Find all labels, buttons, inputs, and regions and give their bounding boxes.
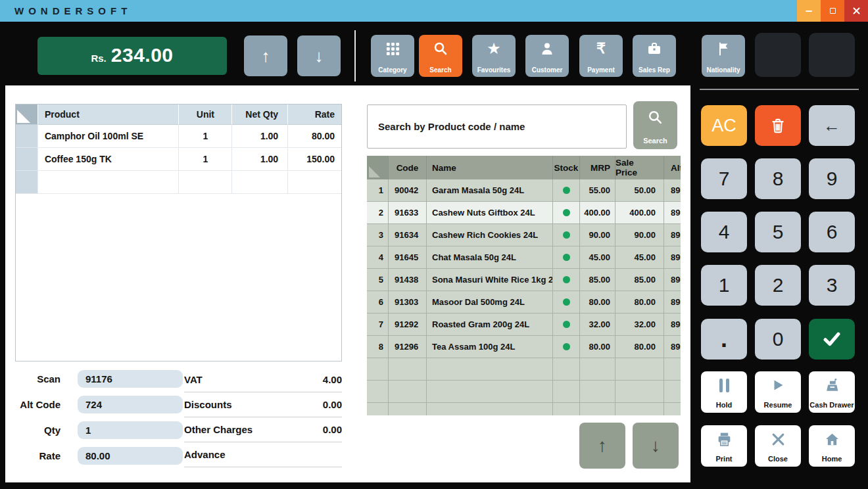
advance-row: Advance (184, 442, 342, 467)
pos-application: WONDERSOFT Rs. 234.00 ↑ ↓ Category Searc… (0, 0, 868, 489)
close-button[interactable]: Close (755, 425, 801, 467)
home-button[interactable]: Home (809, 425, 855, 467)
enter-key[interactable] (809, 319, 855, 360)
discounts-row: Discounts 0.00 (184, 392, 342, 417)
minimize-button[interactable] (797, 0, 821, 22)
backspace-key[interactable]: ← (809, 105, 855, 146)
scan-input[interactable] (78, 370, 183, 388)
product-search-button[interactable]: Search (633, 101, 677, 149)
result-row[interactable]: 1 90042 Garam Masala 50g 24L 55.00 50.00… (367, 179, 681, 202)
digit-key-9[interactable]: 9 (809, 158, 855, 199)
clear-all-key[interactable]: AC (701, 105, 747, 146)
customer-button[interactable]: Customer (525, 35, 569, 77)
results-scroll-down-button[interactable]: ↓ (633, 423, 679, 469)
invoice-row[interactable]: Coffee 150g TK 1 1.00 150.00 (16, 148, 341, 171)
digit-key-2[interactable]: 2 (755, 265, 801, 306)
cash-drawer-button[interactable]: Cash Drawer (809, 371, 855, 413)
column-header-rate[interactable]: Rate (288, 105, 341, 125)
digit-key-7[interactable]: 7 (701, 158, 747, 199)
select-all-corner[interactable] (367, 156, 389, 179)
scroll-up-button[interactable]: ↑ (244, 35, 287, 76)
vat-row: VAT 4.00 (184, 367, 342, 392)
maximize-icon (830, 8, 836, 14)
resume-button[interactable]: Resume (755, 371, 801, 413)
nationality-button[interactable]: Nationality (702, 35, 745, 77)
backspace-icon: ← (823, 116, 840, 136)
briefcase-icon (646, 40, 662, 57)
invoice-row[interactable]: Camphor Oil 100ml SE 1 1.00 80.00 (16, 125, 341, 148)
result-row[interactable]: 6 91303 Masoor Dal 500mg 24L 80.00 80.00… (367, 291, 681, 314)
digit-key-0[interactable]: 0 (755, 319, 801, 360)
close-icon (853, 7, 860, 14)
alt-code-field-row: Alt Code (13, 396, 171, 413)
hold-button[interactable]: Hold (701, 371, 747, 413)
payment-button[interactable]: ₹ Payment (579, 35, 623, 77)
result-row[interactable]: 4 91645 Chat Masala 50g 24L 45.00 45.00 … (367, 246, 681, 269)
column-header-unit[interactable]: Unit (179, 105, 232, 125)
digit-key-6[interactable]: 6 (809, 212, 855, 252)
maximize-button[interactable] (821, 0, 844, 22)
qty-input[interactable] (78, 421, 183, 439)
select-all-corner[interactable] (16, 105, 38, 125)
brand-logo: WONDERSOFT (14, 5, 132, 16)
pause-icon (719, 377, 729, 393)
decimal-key[interactable]: . (701, 319, 747, 360)
in-stock-dot (563, 298, 570, 306)
print-button[interactable]: Print (701, 425, 747, 467)
search-button[interactable]: Search (419, 35, 462, 77)
empty-toolbar-slot (755, 33, 801, 77)
column-header-product[interactable]: Product (38, 105, 180, 125)
total-amount: 234.00 (111, 44, 174, 66)
trash-icon (769, 116, 787, 135)
alt-code-input[interactable] (78, 396, 183, 413)
digit-key-5[interactable]: 5 (755, 212, 801, 252)
favourites-button[interactable]: ★ Favourites (472, 35, 516, 77)
result-row-selected[interactable]: 2 91633 Cashew Nuts Giftbox 24L 400.00 4… (367, 202, 681, 224)
column-header-alt[interactable]: Alt (664, 156, 681, 179)
delete-key[interactable] (755, 105, 801, 146)
magnifier-icon (433, 40, 448, 57)
toolbar-divider (354, 30, 356, 82)
product-search-input[interactable] (367, 105, 627, 149)
column-header-netqty[interactable]: Net Qty (232, 105, 288, 125)
invoice-header-row: Product Unit Net Qty Rate (16, 105, 341, 125)
home-icon (824, 431, 840, 447)
results-scroll-up-button[interactable]: ↑ (579, 423, 625, 469)
column-header-name[interactable]: Name (427, 156, 553, 179)
result-row[interactable]: 8 91296 Tea Assam 100g 24L 80.00 80.00 8… (367, 336, 681, 358)
column-header-code[interactable]: Code (389, 156, 427, 179)
minimize-icon (806, 11, 812, 12)
in-stock-dot (563, 343, 570, 350)
sales-rep-button[interactable]: Sales Rep (633, 35, 676, 77)
result-row[interactable]: 5 91438 Sona Masuri White Rice 1kg 24L 8… (367, 269, 681, 291)
bill-total-display: Rs. 234.00 (37, 37, 227, 75)
window-controls (797, 0, 868, 22)
star-icon: ★ (487, 40, 501, 57)
column-header-sale-price[interactable]: Sale Price (615, 156, 664, 179)
close-window-button[interactable] (844, 0, 868, 22)
digit-key-3[interactable]: 3 (809, 265, 855, 306)
in-stock-dot (563, 231, 570, 239)
digit-key-8[interactable]: 8 (755, 158, 801, 199)
scan-field-row: Scan (13, 370, 171, 388)
digit-key-4[interactable]: 4 (701, 212, 747, 252)
category-button[interactable]: Category (371, 35, 414, 77)
result-row-empty (367, 381, 681, 403)
result-row[interactable]: 7 91292 Roasted Gram 200g 24L 32.00 32.0… (367, 314, 681, 336)
column-header-stock[interactable]: Stock (553, 156, 580, 179)
rate-input[interactable] (78, 447, 183, 465)
discounts-value: 0.00 (323, 399, 342, 410)
arrow-up-icon: ↑ (598, 435, 607, 456)
play-icon (770, 377, 786, 393)
rate-field-row: Rate (13, 447, 171, 465)
scroll-down-button[interactable]: ↓ (297, 35, 341, 76)
grid-icon (385, 40, 400, 57)
in-stock-dot (563, 321, 570, 328)
invoice-row-empty[interactable] (16, 171, 341, 194)
digit-key-1[interactable]: 1 (701, 265, 747, 306)
corner-triangle-icon (17, 110, 30, 123)
column-header-mrp[interactable]: MRP (580, 156, 615, 179)
result-row[interactable]: 3 91634 Cashew Rich Cookies 24L 90.00 90… (367, 224, 681, 246)
title-bar: WONDERSOFT (0, 0, 868, 22)
corner-triangle-icon (369, 166, 380, 177)
